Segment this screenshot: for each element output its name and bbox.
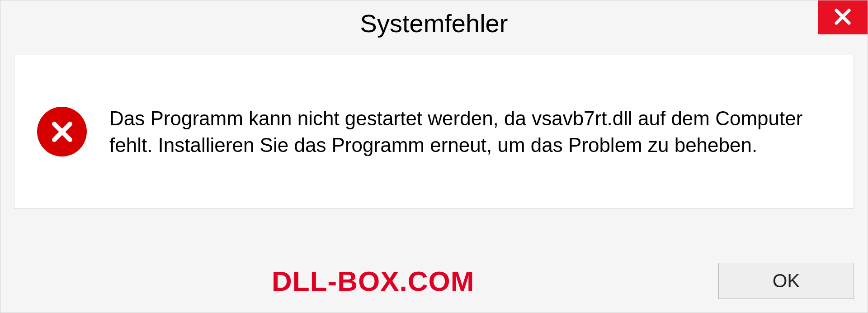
close-icon	[834, 8, 852, 28]
content-panel: Das Programm kann nicht gestartet werden…	[14, 55, 854, 209]
footer: DLL-BOX.COM OK	[14, 263, 854, 299]
watermark-text: DLL-BOX.COM	[272, 265, 474, 297]
error-message: Das Programm kann nicht gestartet werden…	[109, 105, 831, 159]
close-button[interactable]	[818, 0, 868, 34]
titlebar: Systemfehler	[0, 0, 868, 46]
dialog-title: Systemfehler	[360, 9, 508, 38]
ok-button[interactable]: OK	[718, 263, 854, 299]
error-dialog: Systemfehler Das Programm kann nicht ges…	[0, 0, 868, 313]
error-icon	[37, 107, 87, 156]
